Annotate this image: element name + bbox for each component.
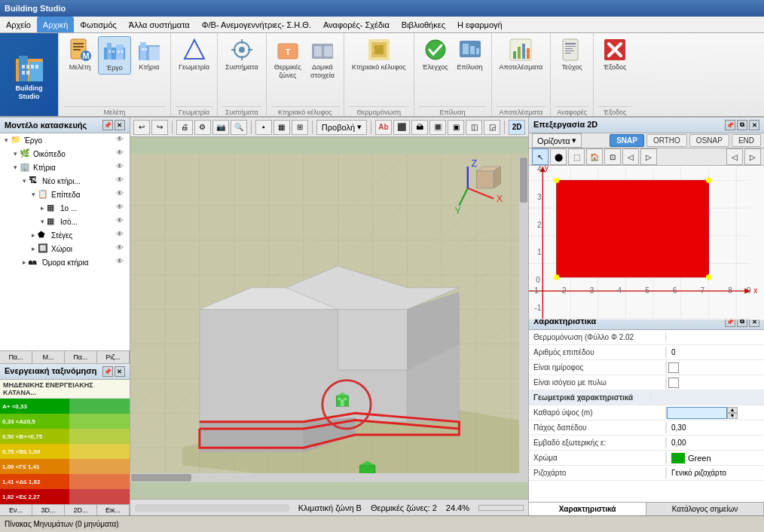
ribbon-btn-elegxos[interactable]: Έλεγχος xyxy=(419,36,452,73)
icon-btn-2[interactable]: ▦ xyxy=(274,120,290,135)
camera-btn[interactable]: 📷 xyxy=(212,120,229,135)
2d-tool-4[interactable]: ⊡ xyxy=(604,148,621,165)
prop-checkbox-2[interactable] xyxy=(668,362,679,373)
icon-btn-1[interactable]: ▪ xyxy=(255,120,272,135)
canvas-2d-area[interactable]: x y 1 2 3 4 5 6 7 8 9 4 3 2 1 0 xyxy=(529,166,764,320)
ribbon-btn-thermomonosi[interactable]: Κτηριακό κέλυφος xyxy=(349,36,409,73)
menu-item-7[interactable]: Η εφαρμογή xyxy=(451,17,509,32)
tree-eye[interactable]: 👁 xyxy=(116,148,128,159)
tree-expand[interactable]: ▾ xyxy=(11,149,20,158)
menu-item-2[interactable]: Φωτισμός xyxy=(74,17,123,32)
energy-tab-1[interactable]: 3D... xyxy=(32,505,65,515)
tree-item-8[interactable]: ▸ 🔲 Χώροι 👁 xyxy=(0,242,130,255)
tree-expand[interactable]: ▸ xyxy=(29,231,38,240)
2d-float-btn[interactable]: ⧉ xyxy=(737,120,747,130)
menu-item-4[interactable]: Φ/Β- Ανεμογεννήτριες- Σ.Η.Θ. xyxy=(196,17,317,32)
zoom-btn[interactable]: 🔍 xyxy=(231,120,247,135)
props-tab-1[interactable]: Κατάλογος σημείων xyxy=(646,503,764,515)
tree-eye[interactable]: 👁 xyxy=(116,176,128,186)
ribbon-btn-ergo[interactable]: Έργο xyxy=(98,36,131,75)
tree-item-7[interactable]: ▸ ⬟ Στέγες 👁 xyxy=(0,228,130,242)
tree-item-0[interactable]: ▾ 📁 Έργο 👁 xyxy=(0,133,130,147)
energy-close-btn[interactable]: ✕ xyxy=(115,366,125,377)
props-tab-0[interactable]: Χαρακτηριστικά xyxy=(529,503,646,515)
2d-pin-btn[interactable]: 📌 xyxy=(725,120,735,130)
osnap-btn[interactable]: OSNAP xyxy=(689,134,729,147)
tree-expand[interactable]: ▾ xyxy=(11,163,20,172)
model-pin-btn[interactable]: 📌 xyxy=(102,120,113,130)
ribbon-btn-epilysi[interactable]: Επίλυση xyxy=(454,36,487,73)
icon-btn-4[interactable]: ⬛ xyxy=(393,120,410,135)
tree-expand[interactable]: ▸ xyxy=(20,258,29,267)
menu-item-5[interactable]: Αναφορές- Σχέδια xyxy=(317,17,396,32)
ribbon-btn-apotelesmata[interactable]: Αποτελέσματα xyxy=(497,36,546,73)
tree-item-5[interactable]: ▸ ▦ 1ο ... 👁 xyxy=(0,201,130,215)
prop-checkbox-3[interactable] xyxy=(668,378,679,388)
tree-item-6[interactable]: ▾ ▦ Ισό... 👁 xyxy=(0,215,130,228)
mode-2d-btn[interactable]: 2D xyxy=(509,120,525,135)
tree-eye[interactable]: 👁 xyxy=(116,243,128,254)
hscroll-thumb[interactable] xyxy=(131,474,191,482)
viewport-3d[interactable]: X Y Z xyxy=(130,137,528,499)
settings-btn[interactable]: ⚙ xyxy=(194,120,211,135)
viewport-vscroll[interactable] xyxy=(519,157,528,482)
tree-expand[interactable]: ▾ xyxy=(20,176,29,185)
2d-tool-3[interactable]: 🏠 xyxy=(586,148,603,165)
ribbon-btn-geometria[interactable]: Γεωμετρία xyxy=(176,36,212,73)
redo-btn[interactable]: ↪ xyxy=(151,120,168,135)
menu-item-0[interactable]: Αρχείο xyxy=(0,17,37,32)
ribbon-btn-tefxos[interactable]: Τεύχος xyxy=(555,36,588,73)
vscroll-thumb[interactable] xyxy=(520,157,527,203)
2d-close-btn[interactable]: ✕ xyxy=(749,120,759,130)
icon-btn-9[interactable]: ◲ xyxy=(484,120,500,135)
viewport-hscroll[interactable] xyxy=(130,473,519,482)
spin-up-5[interactable]: ▲ xyxy=(727,407,738,413)
tree-expand[interactable]: ▾ xyxy=(2,136,11,145)
tree-eye[interactable]: 👁 xyxy=(116,203,128,213)
tree-item-3[interactable]: ▾ 🏗 Νέο κτήρι... 👁 xyxy=(0,174,130,188)
cursor-tool[interactable]: ↖ xyxy=(532,148,549,165)
view-dropdown[interactable]: Προβολή ▾ xyxy=(316,120,367,135)
tree-expand[interactable]: ▸ xyxy=(38,203,47,212)
menu-item-1[interactable]: Αρχική xyxy=(37,17,74,32)
2d-tool-7[interactable]: ◁ xyxy=(726,148,743,165)
ribbon-btn-domika[interactable]: Δομικάστοιχεία xyxy=(306,36,339,81)
prop-spinner-5[interactable] xyxy=(667,407,727,419)
print-btn[interactable]: 🖨 xyxy=(176,120,193,135)
2d-tool-6[interactable]: ▷ xyxy=(640,148,657,165)
ab-btn[interactable]: Ab xyxy=(375,120,392,135)
tree-eye[interactable]: 👁 xyxy=(116,135,128,145)
tree-expand[interactable]: ▾ xyxy=(29,190,38,199)
undo-btn[interactable]: ↩ xyxy=(133,120,150,135)
tree-eye[interactable]: 👁 xyxy=(116,162,128,173)
tree-item-2[interactable]: ▾ 🏢 Κτήρια 👁 xyxy=(0,161,130,174)
tree-eye[interactable]: 👁 xyxy=(116,257,128,268)
tree-item-9[interactable]: ▸ 🏘 Όμορα κτήρια 👁 xyxy=(0,255,130,269)
end-btn[interactable]: END xyxy=(732,134,761,147)
ortho-btn[interactable]: ORTHO xyxy=(646,134,687,147)
energy-tab-3[interactable]: Εικ... xyxy=(97,505,130,515)
zoom-slider[interactable] xyxy=(478,505,524,511)
model-tab-2[interactable]: Πα... xyxy=(65,351,97,363)
energy-tab-0[interactable]: Εν... xyxy=(0,505,32,515)
tree-eye[interactable]: 👁 xyxy=(116,230,128,240)
h-scroll-bottom[interactable] xyxy=(135,504,289,512)
2d-tool-8[interactable]: ▷ xyxy=(744,148,761,165)
tree-eye[interactable]: 👁 xyxy=(116,189,128,200)
menu-item-6[interactable]: Βιβλιοθήκες xyxy=(396,17,451,32)
menu-item-3[interactable]: Άλλα συστήματα xyxy=(123,17,196,32)
2d-tool-2[interactable]: ⬚ xyxy=(568,148,585,165)
ribbon-btn-meleti[interactable]: M Μελέτη xyxy=(63,36,96,73)
ribbon-btn-thermikes[interactable]: T Θερμικέςζώνες xyxy=(271,36,304,81)
icon-btn-5[interactable]: 🏔 xyxy=(411,120,428,135)
icon-btn-8[interactable]: ◫ xyxy=(466,120,482,135)
2d-tool-5[interactable]: ◁ xyxy=(622,148,639,165)
spin-down-5[interactable]: ▼ xyxy=(727,413,738,419)
tree-expand[interactable]: ▸ xyxy=(29,244,38,253)
tree-item-4[interactable]: ▾ 📋 Επίπεδα 👁 xyxy=(0,188,130,201)
model-tab-1[interactable]: Μ... xyxy=(32,351,65,363)
tree-item-1[interactable]: ▾ 🌿 Οικόπεδο 👁 xyxy=(0,147,130,161)
app-button[interactable]: BuildingStudio xyxy=(0,33,59,116)
model-close-btn[interactable]: ✕ xyxy=(115,120,125,130)
model-tab-3[interactable]: Ριζ... xyxy=(97,351,130,363)
